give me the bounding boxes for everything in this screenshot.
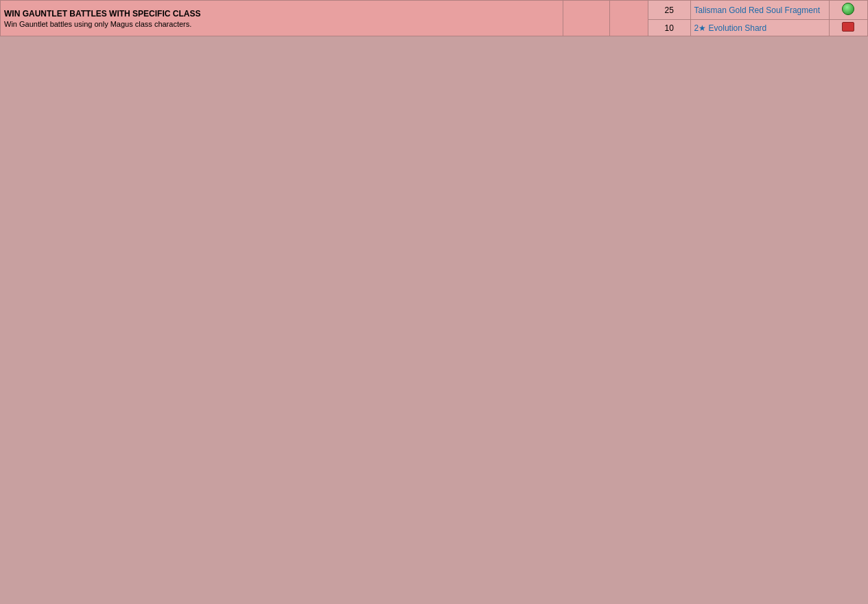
missions-table: WIN GAUNTLET BATTLES WITH SPECIFIC CLASS…: [0, 0, 868, 36]
table-row: WIN GAUNTLET BATTLES WITH SPECIFIC CLASS…: [1, 1, 868, 20]
red-envelope-icon: [842, 22, 854, 32]
mission-title: WIN GAUNTLET BATTLES WITH SPECIFIC CLASS: [4, 9, 559, 19]
reward-qty: 10: [648, 20, 690, 36]
reward-icon-cell: [829, 20, 867, 36]
mission-tier-cell: [609, 1, 648, 36]
reward-icon-cell: [829, 1, 867, 20]
mission-desc: Win Gauntlet battles using only Magus cl…: [4, 20, 559, 28]
reward-qty: 25: [648, 1, 690, 20]
mission-cell: WIN GAUNTLET BATTLES WITH SPECIFIC CLASS…: [1, 1, 563, 36]
reward-name: 2★ Evolution Shard: [690, 20, 829, 36]
mission-count-cell: [563, 1, 609, 36]
reward-name: Talisman Gold Red Soul Fragment: [690, 1, 829, 20]
green-gem-icon: [842, 3, 854, 15]
